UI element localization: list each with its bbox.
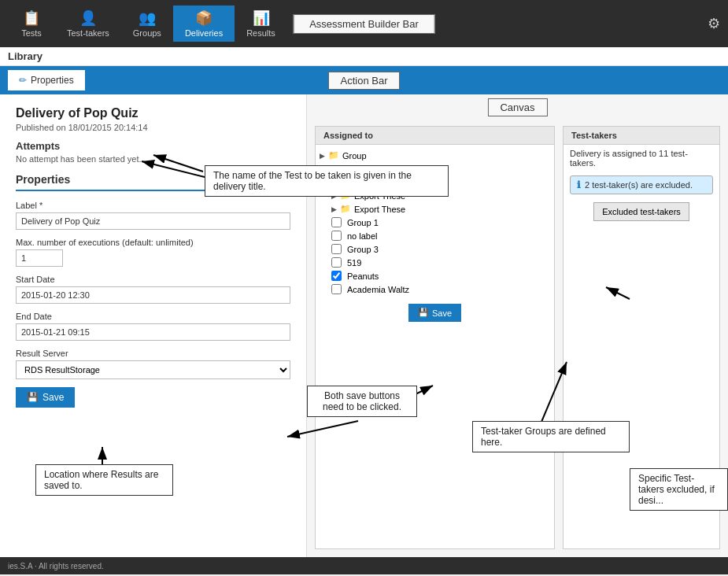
deliveries-icon: 📦 xyxy=(195,9,212,27)
tree-label: Peanuts xyxy=(347,271,379,281)
info-icon: ℹ xyxy=(577,179,581,190)
excluded-badge-text: 2 test-taker(s) are excluded. xyxy=(585,180,693,190)
label-input[interactable] xyxy=(16,212,290,230)
canvas-callout: Canvas xyxy=(487,98,547,116)
no-attempt-text: No attempt has been started yet. xyxy=(16,154,290,164)
action-bar-callout: Action Bar xyxy=(328,72,401,90)
nav-item-groups[interactable]: 👥 Groups xyxy=(121,6,173,42)
group1-checkbox[interactable] xyxy=(331,217,342,227)
assigned-save-label: Save xyxy=(432,308,452,318)
delivery-title: Delivery of Pop Quiz xyxy=(16,106,290,120)
right-panels: Canvas Assigned to ▶ 📁 Group ▶ 📁 xyxy=(307,94,728,557)
nav-item-test-takers[interactable]: 👤 Test-takers xyxy=(55,6,121,42)
arrow-icon: ▶ xyxy=(331,165,337,173)
attempts-heading: Attempts xyxy=(16,140,290,152)
result-server-select[interactable]: RDS ResultStorage xyxy=(16,360,290,379)
tree-label: Group 1 xyxy=(347,218,379,227)
assigned-info: Delivery is assigned to 11 test-takers. xyxy=(564,145,719,172)
label-field-label: Label * xyxy=(16,201,290,210)
status-bar: ies.S.A · All rights reserved. xyxy=(0,557,728,574)
tree-item-group: ▶ 📁 Group xyxy=(320,149,550,162)
assigned-panel: Assigned to ▶ 📁 Group ▶ 📁 export group xyxy=(315,126,555,549)
nav-label-results: Results xyxy=(246,28,275,38)
start-date-group: Start Date xyxy=(16,275,290,304)
tree-item-export2: ▶ 📁 export group xyxy=(331,175,550,189)
assigned-panel-footer: 💾 Save xyxy=(316,300,554,326)
left-save-icon: 💾 xyxy=(27,392,39,403)
tree-label: no label xyxy=(347,231,378,241)
assigned-save-button[interactable]: 💾 Save xyxy=(408,304,461,322)
nav-label-groups: Groups xyxy=(133,28,161,38)
tree-item-group1[interactable]: Group 1 xyxy=(331,216,550,229)
left-panel: Delivery of Pop Quiz Published on 18/01/… xyxy=(0,94,307,557)
properties-tab-label: Properties xyxy=(31,75,74,86)
published-date: Published on 18/01/2015 20:14:14 xyxy=(16,123,290,132)
nav-item-results[interactable]: 📊 Results xyxy=(235,6,287,42)
properties-tab[interactable]: ✏ Properties xyxy=(8,70,85,90)
tree-label: Export These xyxy=(354,191,405,201)
tree-item-academia[interactable]: Academia Waltz xyxy=(331,282,550,296)
peanuts-checkbox[interactable] xyxy=(331,271,342,281)
assessment-builder-bar-label: Assessment Builder Bar xyxy=(293,14,435,34)
arrow-icon: ▶ xyxy=(331,179,337,186)
nav-item-deliveries[interactable]: 📦 Deliveries xyxy=(173,6,235,42)
result-server-group: Result Server RDS ResultStorage xyxy=(16,349,290,379)
academia-checkbox[interactable] xyxy=(331,284,342,294)
tree-indent: ▶ 📁 export group ▶ 📁 export group ▶ 📁 xyxy=(320,162,550,296)
no-label-checkbox[interactable] xyxy=(331,231,342,241)
max-executions-input[interactable] xyxy=(16,249,63,267)
tree-item-group3[interactable]: Group 3 xyxy=(331,242,550,256)
nav-bar: 📋 Tests 👤 Test-takers 👥 Groups 📦 Deliver… xyxy=(0,0,728,47)
tree-item-export-these2: ▶ 📁 Export These xyxy=(331,202,550,216)
nav-item-tests[interactable]: 📋 Tests xyxy=(8,6,55,42)
nav-label-test-takers: Test-takers xyxy=(67,28,109,38)
label-field-group: Label * xyxy=(16,201,290,230)
max-executions-group: Max. number of executions (default: unli… xyxy=(16,238,290,267)
end-date-group: End Date xyxy=(16,312,290,341)
tree-label: 519 xyxy=(347,258,361,268)
result-server-label: Result Server xyxy=(16,349,290,358)
groups-icon: 👥 xyxy=(139,9,156,27)
end-date-input[interactable] xyxy=(16,323,290,341)
tree-item-519[interactable]: 519 xyxy=(331,256,550,269)
action-bar: ✏ Properties Action Bar xyxy=(0,66,728,94)
max-executions-label: Max. number of executions (default: unli… xyxy=(16,238,290,247)
folder-icon: 📁 xyxy=(340,190,351,201)
nav-label-deliveries: Deliveries xyxy=(185,28,223,38)
group3-checkbox[interactable] xyxy=(331,244,342,254)
assigned-save-icon: 💾 xyxy=(418,308,429,318)
left-save-button[interactable]: 💾 Save xyxy=(16,387,75,408)
end-date-label: End Date xyxy=(16,312,290,321)
tree-label-group: Group xyxy=(342,151,367,161)
excluded-test-takers-button[interactable]: Excluded test-takers xyxy=(593,202,689,221)
test-takers-icon: 👤 xyxy=(79,9,97,27)
tree-item-no-label[interactable]: no label xyxy=(331,229,550,242)
tree-item-export1: ▶ 📁 export group xyxy=(331,162,550,175)
test-takers-header: Test-takers xyxy=(564,127,719,145)
start-date-input[interactable] xyxy=(16,286,290,304)
panels-row: Assigned to ▶ 📁 Group ▶ 📁 export group xyxy=(307,118,728,557)
tree-item-peanuts[interactable]: Peanuts xyxy=(331,269,550,282)
tests-icon: 📋 xyxy=(23,9,40,27)
assigned-panel-body: ▶ 📁 Group ▶ 📁 export group ▶ 📁 xyxy=(316,145,554,300)
test-takers-panel: Test-takers Delivery is assigned to 11 t… xyxy=(563,126,720,549)
gear-icon[interactable]: ⚙ xyxy=(708,15,720,32)
519-checkbox[interactable] xyxy=(331,257,342,268)
left-save-label: Save xyxy=(42,392,64,403)
properties-heading: Properties xyxy=(16,173,290,191)
folder-icon: 📁 xyxy=(340,177,351,187)
nav-label-tests: Tests xyxy=(21,28,42,38)
results-icon: 📊 xyxy=(253,9,270,27)
start-date-label: Start Date xyxy=(16,275,290,284)
tree-item-export-these1: ▶ 📁 Export These xyxy=(331,189,550,202)
tree-label: Export These xyxy=(354,205,405,214)
test-takers-footer: Excluded test-takers xyxy=(564,198,719,225)
assigned-panel-header: Assigned to xyxy=(316,127,554,145)
main-content: Delivery of Pop Quiz Published on 18/01/… xyxy=(0,94,728,557)
arrow-icon: ▶ xyxy=(320,152,325,160)
library-bar: Library xyxy=(0,47,728,66)
folder-icon: 📁 xyxy=(328,150,339,161)
tree-label: export group xyxy=(354,164,403,174)
excluded-button-label: Excluded test-takers xyxy=(602,207,681,216)
arrow-icon: ▶ xyxy=(331,205,337,213)
